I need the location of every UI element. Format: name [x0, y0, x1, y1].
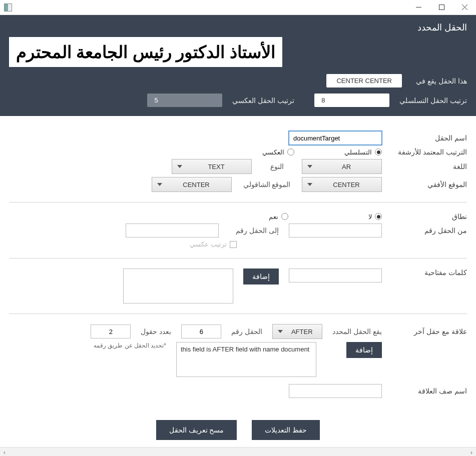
chevron-down-icon [304, 183, 315, 186]
side-note: *تحديد الحقل عن طريق رقمه [94, 342, 166, 349]
keywords-label: كلمات مفتاحية [392, 268, 467, 276]
clear-button[interactable]: مسح تعريف الحقل [156, 420, 237, 440]
hpos-value: CENTER [315, 181, 377, 188]
type-combo[interactable]: TEXT [172, 159, 252, 174]
vpos-label: الموقع الشاقولي [242, 180, 292, 188]
save-button[interactable]: حفظ التعديلات [252, 420, 320, 440]
language-label: اللغة [392, 162, 467, 170]
chevron-down-icon [304, 165, 315, 168]
vpos-combo[interactable]: CENTER [152, 177, 232, 192]
scroll-left-icon: ‹ [0, 448, 9, 456]
radio-reverse[interactable]: العكسي [262, 148, 294, 156]
type-value: TEXT [185, 163, 247, 170]
content-scroll[interactable]: اسم الحقل الترتيب المعتمد للأرشفة التسلس… [0, 116, 476, 446]
section-title: الحقل المحدد [9, 22, 467, 33]
hpos-combo[interactable]: CENTER [302, 177, 382, 192]
add-keyword-button[interactable]: إضافة [243, 268, 279, 284]
reverse-order-checkbox: ترتيب عكسي [190, 240, 237, 248]
add-relation-button[interactable]: إضافة [346, 342, 382, 358]
radio-reverse-label: العكسي [262, 148, 284, 156]
scroll-right-icon: › [467, 448, 476, 456]
seq-order-label: ترتيب الحقل التسلسلي [399, 96, 467, 104]
position-label: هذا الحقل يقع في [412, 77, 467, 85]
seq-order-value: 8 [314, 94, 389, 107]
language-value: AR [315, 163, 377, 170]
relpos-label: يقع الحقل المحدد [332, 328, 382, 336]
vpos-value: CENTER [165, 181, 227, 188]
radio-no[interactable]: لا [368, 213, 382, 220]
minimize-button[interactable] [407, 0, 430, 15]
radio-icon [375, 148, 382, 156]
window-controls [407, 0, 476, 15]
position-value: CENTER CENTER [326, 74, 402, 88]
field-num-label: الحقل رقم [231, 328, 262, 336]
field-num-input[interactable] [181, 324, 221, 338]
field-name-input[interactable] [289, 131, 382, 145]
radio-no-label: لا [368, 213, 372, 220]
count-label: بعدد حقول [141, 328, 171, 336]
archive-order-label: الترتيب المعتمد للأرشفة [392, 148, 467, 156]
checkbox-icon [230, 241, 237, 248]
chevron-down-icon [275, 330, 286, 333]
radio-icon [375, 213, 382, 220]
relation-label: علاقة مع حقل آخر [392, 328, 467, 336]
horizontal-scrollbar[interactable]: ‹ › [0, 447, 476, 456]
chevron-down-icon [154, 183, 165, 186]
radio-sequential[interactable]: التسلسلي [344, 148, 382, 156]
reverse-order-label: ترتيب عكسي [190, 240, 227, 248]
radio-icon [281, 213, 288, 220]
rel-class-input[interactable] [289, 384, 382, 398]
maximize-button[interactable] [430, 0, 453, 15]
relpos-value: AFTER [286, 328, 318, 336]
to-field-label: إلى الحقل رقم [229, 226, 279, 234]
range-label: نطاق [392, 212, 467, 220]
keywords-listbox[interactable] [123, 268, 233, 304]
svg-rect-1 [439, 5, 444, 10]
rev-order-label: ترتيب الحقل العكسي [232, 96, 294, 104]
selected-field-text: الأستاذ الدكتور رئيس الجامعة المحترم [9, 37, 282, 67]
header-panel: الحقل المحدد الأستاذ الدكتور رئيس الجامع… [0, 15, 476, 116]
language-combo[interactable]: AR [302, 159, 382, 174]
close-button[interactable] [453, 0, 476, 15]
radio-icon [287, 148, 294, 156]
from-field-input[interactable] [289, 224, 382, 238]
type-label: النوع [262, 162, 292, 170]
action-bar: حفظ التعديلات مسح تعريف الحقل [9, 408, 467, 445]
radio-yes-label: نعم [269, 213, 278, 220]
rel-class-label: اسم صف العلاقة [392, 387, 467, 395]
relpos-combo[interactable]: AFTER [272, 324, 322, 339]
keyword-input[interactable] [289, 268, 382, 282]
field-name-label: اسم الحقل [392, 134, 467, 142]
chevron-down-icon [174, 165, 185, 168]
count-input[interactable] [91, 324, 131, 338]
rev-order-value: 5 [147, 94, 222, 107]
from-field-label: من الحقل رقم [392, 226, 467, 234]
radio-yes[interactable]: نعم [269, 213, 288, 220]
hpos-label: الموقع الأفقي [392, 180, 467, 188]
radio-sequential-label: التسلسلي [344, 148, 372, 156]
to-field-input[interactable] [126, 224, 219, 238]
app-icon [4, 4, 12, 12]
relation-textarea[interactable]: this field is AFTER field with name docu… [176, 342, 316, 377]
window-titlebar [0, 0, 476, 15]
